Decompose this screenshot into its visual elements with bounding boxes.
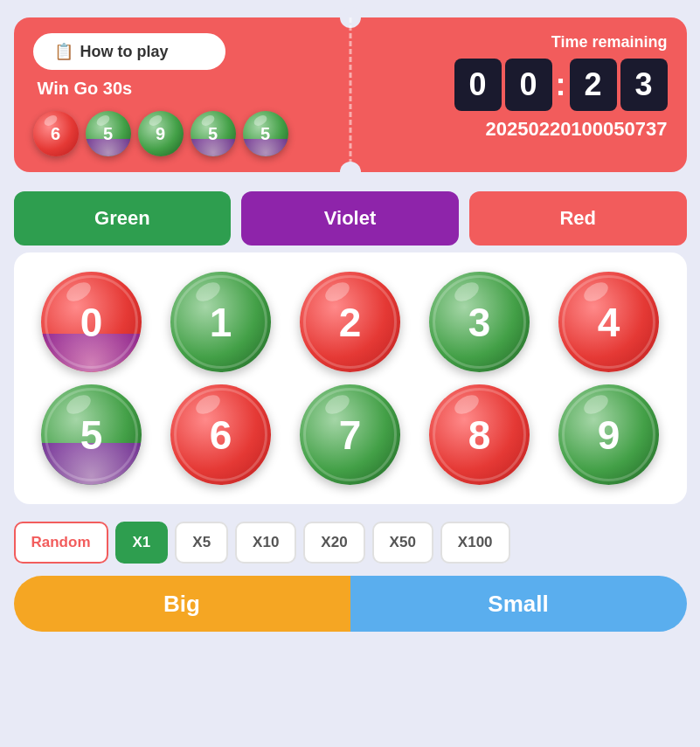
number-ball-6[interactable]: 6 — [170, 384, 271, 485]
number-ball-3[interactable]: 3 — [429, 272, 530, 372]
ticket-left: 📋 How to play Win Go 30s 6 5 9 5 — [33, 33, 288, 156]
violet-button[interactable]: Violet — [241, 191, 459, 246]
game-label: Win Go 30s — [38, 79, 288, 99]
ticket-header: 📋 How to play Win Go 30s 6 5 9 5 — [14, 17, 687, 172]
color-buttons: Green Violet Red — [14, 191, 687, 246]
small-button[interactable]: Small — [350, 576, 687, 632]
time-remaining-label: Time remaining — [551, 33, 668, 52]
ticket-divider — [349, 17, 351, 172]
how-to-play-label: How to play — [80, 43, 169, 61]
mult-x10-button[interactable]: X10 — [235, 522, 296, 564]
ticket-notch-bottom — [340, 162, 361, 183]
history-ball-5a: 5 — [86, 111, 131, 156]
big-small-row: Big Small — [14, 576, 687, 632]
timer-colon: : — [556, 69, 566, 100]
big-button[interactable]: Big — [14, 576, 350, 632]
mult-x20-button[interactable]: X20 — [303, 522, 364, 564]
number-ball-7[interactable]: 7 — [300, 384, 400, 485]
mult-x5-button[interactable]: X5 — [175, 522, 228, 564]
red-button[interactable]: Red — [469, 191, 687, 246]
timer-digit-1: 0 — [454, 59, 502, 111]
mult-x50-button[interactable]: X50 — [372, 522, 433, 564]
number-ball-5[interactable]: 5 — [41, 384, 142, 485]
number-grid: 0 1 2 3 4 5 6 7 8 9 — [33, 272, 668, 485]
how-to-play-button[interactable]: 📋 How to play — [33, 33, 225, 70]
multiplier-row: Random X1 X5 X10 X20 X50 X100 — [14, 522, 687, 564]
number-ball-4[interactable]: 4 — [558, 272, 659, 372]
history-ball-5c: 5 — [243, 111, 288, 156]
timer-digits: 0 0 : 2 3 — [454, 59, 668, 111]
timer-digit-3: 2 — [570, 59, 617, 111]
number-ball-2[interactable]: 2 — [300, 272, 400, 372]
random-button[interactable]: Random — [14, 522, 108, 564]
timer-digit-4: 3 — [620, 59, 668, 111]
timer-section: Time remaining 0 0 : 2 3 202502201000507… — [454, 33, 668, 141]
green-button[interactable]: Green — [14, 191, 232, 246]
mult-x1-button[interactable]: X1 — [115, 522, 169, 564]
how-to-play-icon: 📋 — [54, 42, 73, 61]
draw-id: 20250220100050737 — [485, 118, 667, 141]
history-ball-5b: 5 — [191, 111, 236, 156]
lottery-balls: 6 5 9 5 5 — [33, 111, 288, 156]
number-ball-0[interactable]: 0 — [41, 272, 142, 372]
mult-x100-button[interactable]: X100 — [440, 522, 510, 564]
timer-digit-2: 0 — [505, 59, 552, 111]
number-ball-1[interactable]: 1 — [170, 272, 271, 372]
number-ball-9[interactable]: 9 — [558, 384, 659, 485]
history-ball-6: 6 — [33, 111, 79, 156]
history-ball-9: 9 — [138, 111, 184, 156]
number-grid-container: 0 1 2 3 4 5 6 7 8 9 — [14, 252, 687, 504]
number-ball-8[interactable]: 8 — [429, 384, 530, 485]
